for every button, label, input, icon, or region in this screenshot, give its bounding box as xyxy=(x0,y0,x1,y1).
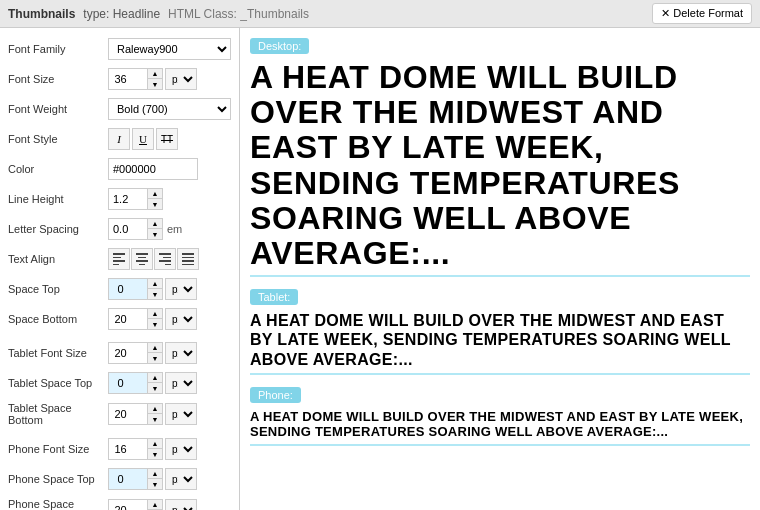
tablet-space-top-control: ▲ ▼ px xyxy=(108,372,231,394)
letter-spacing-label: Letter Spacing xyxy=(8,223,108,235)
phone-space-bottom-up[interactable]: ▲ xyxy=(148,500,162,510)
phone-font-size-input[interactable] xyxy=(109,439,147,459)
space-bottom-unit-select[interactable]: px xyxy=(165,308,197,330)
tablet-space-top-unit-select[interactable]: px xyxy=(165,372,197,394)
tablet-space-bottom-up[interactable]: ▲ xyxy=(148,404,162,414)
font-family-control: Raleway900 xyxy=(108,38,231,60)
space-top-input[interactable] xyxy=(109,279,147,299)
font-size-input[interactable] xyxy=(109,69,147,89)
space-top-unit-select[interactable]: px xyxy=(165,278,197,300)
letter-spacing-up[interactable]: ▲ xyxy=(148,219,162,229)
phone-headline: A HEAT DOME WILL BUILD OVER THE MIDWEST … xyxy=(250,409,750,440)
font-size-down[interactable]: ▼ xyxy=(148,79,162,89)
tablet-preview-block: Tablet: A HEAT DOME WILL BUILD OVER THE … xyxy=(250,289,750,375)
space-top-row: Space Top ▲ ▼ px xyxy=(0,274,239,304)
phone-font-size-down[interactable]: ▼ xyxy=(148,449,162,459)
align-right-button[interactable] xyxy=(154,248,176,270)
tablet-space-top-up[interactable]: ▲ xyxy=(148,373,162,383)
phone-space-bottom-unit-select[interactable]: px xyxy=(165,499,197,510)
tablet-font-size-down[interactable]: ▼ xyxy=(148,353,162,363)
strikethrough-button[interactable]: TT xyxy=(156,128,178,150)
align-left-button[interactable] xyxy=(108,248,130,270)
phone-space-top-input[interactable] xyxy=(109,469,147,489)
phone-label: Phone: xyxy=(250,387,301,403)
phone-font-size-control: ▲ ▼ px xyxy=(108,438,231,460)
tablet-space-bottom-unit-select[interactable]: px xyxy=(165,403,197,425)
phone-space-top-unit-select[interactable]: px xyxy=(165,468,197,490)
tablet-space-bottom-down[interactable]: ▼ xyxy=(148,414,162,424)
color-row: Color xyxy=(0,154,239,184)
space-top-up[interactable]: ▲ xyxy=(148,279,162,289)
phone-space-top-row: Phone Space Top ▲ ▼ px xyxy=(0,464,239,494)
phone-preview-block: Phone: A HEAT DOME WILL BUILD OVER THE M… xyxy=(250,387,750,446)
left-panel: Font Family Raleway900 Font Size ▲ ▼ xyxy=(0,28,240,510)
tablet-space-top-down[interactable]: ▼ xyxy=(148,383,162,393)
tablet-space-bottom-input[interactable] xyxy=(109,404,147,424)
line-height-input[interactable] xyxy=(109,189,147,209)
align-justify-button[interactable] xyxy=(177,248,199,270)
tablet-font-size-up[interactable]: ▲ xyxy=(148,343,162,353)
font-size-up[interactable]: ▲ xyxy=(148,69,162,79)
tablet-font-size-input[interactable] xyxy=(109,343,147,363)
tablet-font-size-label: Tablet Font Size xyxy=(8,347,108,359)
tablet-space-top-input[interactable] xyxy=(109,373,147,393)
color-control xyxy=(108,158,231,180)
line-height-spinner: ▲ ▼ xyxy=(108,188,163,210)
letter-spacing-spinner: ▲ ▼ xyxy=(108,218,163,240)
font-family-label: Font Family xyxy=(8,43,108,55)
phone-space-bottom-spinner: ▲ ▼ xyxy=(108,499,163,510)
tablet-space-top-spinner: ▲ ▼ xyxy=(108,372,163,394)
align-right-icon xyxy=(159,253,171,265)
letter-spacing-input[interactable] xyxy=(109,219,147,239)
font-size-unit-select[interactable]: px xyxy=(165,68,197,90)
phone-space-bottom-spinner-btns: ▲ ▼ xyxy=(147,500,162,510)
font-style-row: Font Style I U TT xyxy=(0,124,239,154)
letter-spacing-spinner-btns: ▲ ▼ xyxy=(147,219,162,239)
phone-font-size-spinner: ▲ ▼ xyxy=(108,438,163,460)
font-family-select[interactable]: Raleway900 xyxy=(108,38,231,60)
phone-space-top-down[interactable]: ▼ xyxy=(148,479,162,489)
space-bottom-up[interactable]: ▲ xyxy=(148,309,162,319)
phone-space-bottom-label: Phone Space Bottom xyxy=(8,498,108,510)
space-bottom-down[interactable]: ▼ xyxy=(148,319,162,329)
space-bottom-input[interactable] xyxy=(109,309,147,329)
phone-space-bottom-input[interactable] xyxy=(109,500,147,510)
tablet-space-bottom-label: Tablet Space Bottom xyxy=(8,402,108,426)
line-height-control: ▲ ▼ xyxy=(108,188,231,210)
color-input[interactable] xyxy=(108,158,198,180)
tablet-font-size-spinner: ▲ ▼ xyxy=(108,342,163,364)
phone-font-size-unit-select[interactable]: px xyxy=(165,438,197,460)
phone-font-size-up[interactable]: ▲ xyxy=(148,439,162,449)
phone-space-top-up[interactable]: ▲ xyxy=(148,469,162,479)
text-align-control xyxy=(108,248,231,270)
align-center-button[interactable] xyxy=(131,248,153,270)
panel-type: type: Headline xyxy=(83,7,160,21)
underline-button[interactable]: U xyxy=(132,128,154,150)
phone-space-top-label: Phone Space Top xyxy=(8,473,108,485)
desktop-headline: A HEAT DOME WILL BUILD OVER THE MIDWEST … xyxy=(250,60,750,271)
line-height-up[interactable]: ▲ xyxy=(148,189,162,199)
delete-format-button[interactable]: ✕ Delete Format xyxy=(652,3,752,24)
space-top-down[interactable]: ▼ xyxy=(148,289,162,299)
space-bottom-spinner: ▲ ▼ xyxy=(108,308,163,330)
line-height-label: Line Height xyxy=(8,193,108,205)
tablet-space-bottom-row: Tablet Space Bottom ▲ ▼ px xyxy=(0,398,239,430)
font-style-label: Font Style xyxy=(8,133,108,145)
line-height-down[interactable]: ▼ xyxy=(148,199,162,209)
font-size-control: ▲ ▼ px xyxy=(108,68,231,90)
align-justify-icon xyxy=(182,253,194,265)
tablet-space-bottom-spinner-btns: ▲ ▼ xyxy=(147,404,162,424)
font-weight-select[interactable]: Bold (700) xyxy=(108,98,231,120)
right-panel: Desktop: A HEAT DOME WILL BUILD OVER THE… xyxy=(240,28,760,510)
main-layout: Font Family Raleway900 Font Size ▲ ▼ xyxy=(0,28,760,510)
tablet-space-top-label: Tablet Space Top xyxy=(8,377,108,389)
italic-button[interactable]: I xyxy=(108,128,130,150)
tablet-separator xyxy=(250,373,750,375)
tablet-font-size-row: Tablet Font Size ▲ ▼ px xyxy=(0,338,239,368)
letter-spacing-down[interactable]: ▼ xyxy=(148,229,162,239)
tablet-font-size-unit-select[interactable]: px xyxy=(165,342,197,364)
tablet-space-bottom-spinner: ▲ ▼ xyxy=(108,403,163,425)
tablet-font-size-spinner-btns: ▲ ▼ xyxy=(147,343,162,363)
text-align-row: Text Align xyxy=(0,244,239,274)
space-top-spinner: ▲ ▼ xyxy=(108,278,163,300)
